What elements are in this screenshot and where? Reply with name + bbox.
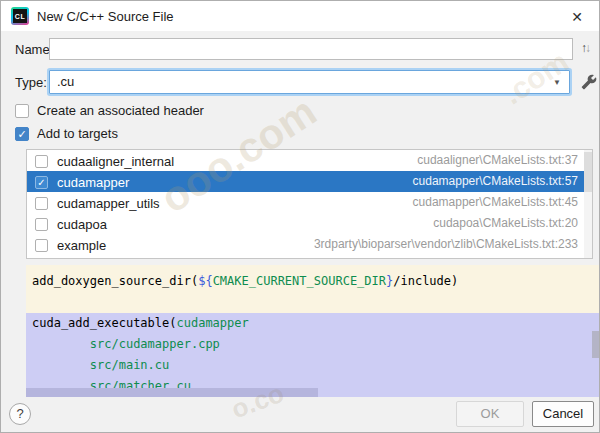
dialog-title: New C/C++ Source File xyxy=(37,9,174,24)
type-combobox[interactable]: .cu ▼ xyxy=(49,70,570,94)
target-path: cudamapper\CMakeLists.txt:57 xyxy=(413,171,578,192)
close-icon[interactable]: ✕ xyxy=(567,7,587,27)
add-to-targets-label: Add to targets xyxy=(37,126,118,141)
code-segment: src/main.cu xyxy=(32,358,169,372)
code-line xyxy=(26,292,600,313)
code-segment: CMAKE_CURRENT_SOURCE_DIR xyxy=(213,274,386,288)
ok-button[interactable]: OK xyxy=(456,401,524,427)
target-path: cudaaligner\CMakeLists.txt:37 xyxy=(417,150,578,171)
target-label: example xyxy=(57,238,106,253)
create-header-label: Create an associated header xyxy=(37,103,204,118)
list-scrollbar-track[interactable] xyxy=(584,150,592,258)
target-row[interactable]: cudaaligner_internalcudaaligner\CMakeLis… xyxy=(27,150,592,171)
code-line: add_doxygen_source_dir(${CMAKE_CURRENT_S… xyxy=(26,271,600,292)
create-header-row: Create an associated header xyxy=(15,102,204,118)
create-header-checkbox[interactable] xyxy=(15,104,29,118)
target-row[interactable]: example3rdparty\bioparser\vendor\zlib\CM… xyxy=(27,234,592,255)
add-to-targets-checkbox[interactable]: ✓ xyxy=(15,127,29,141)
target-label: cudamapper_utils xyxy=(57,196,160,211)
code-segment: src/cudamapper.cpp xyxy=(32,337,220,351)
target-row[interactable]: ✓cudamappercudamapper\CMakeLists.txt:57 xyxy=(27,171,592,192)
list-scrollbar-thumb[interactable] xyxy=(584,152,592,192)
clion-app-icon: CL xyxy=(11,7,29,25)
titlebar: CL New C/C++ Source File ✕ xyxy=(1,1,599,31)
code-segment: cudamapper xyxy=(177,316,249,330)
target-row[interactable]: cudapoacudapoa\CMakeLists.txt:20 xyxy=(27,213,592,234)
type-label: Type: xyxy=(15,75,47,90)
vertical-scrollbar-thumb[interactable] xyxy=(592,331,600,358)
cmake-preview: add_doxygen_source_dir(${CMAKE_CURRENT_S… xyxy=(26,265,600,397)
cancel-button[interactable]: Cancel xyxy=(532,401,594,427)
type-value: .cu xyxy=(57,74,74,89)
chevron-down-icon[interactable]: ▼ xyxy=(553,78,561,87)
name-input[interactable] xyxy=(49,38,573,60)
target-label: cudamapper xyxy=(57,175,129,190)
wrench-icon[interactable] xyxy=(581,74,597,90)
new-source-file-dialog: CL New C/C++ Source File ✕ Name: ↑↓ Type… xyxy=(0,0,600,433)
code-segment: cuda_add_executable( xyxy=(32,316,177,330)
target-label: cudapoa xyxy=(57,217,107,232)
code-line: cuda_add_executable(cudamapper xyxy=(26,313,600,334)
targets-list: cudaaligner_internalcudaaligner\CMakeLis… xyxy=(26,149,593,259)
target-path: cudapoa\CMakeLists.txt:20 xyxy=(433,213,578,234)
target-path: 3rdparty\bioparser\vendor\zlib\CMakeList… xyxy=(314,234,578,255)
code-segment: /include) xyxy=(393,274,458,288)
history-updown-icon[interactable]: ↑↓ xyxy=(581,41,589,55)
horizontal-scrollbar-thumb[interactable] xyxy=(26,388,318,397)
target-checkbox[interactable] xyxy=(35,197,48,210)
target-label: cudaaligner_internal xyxy=(57,154,174,169)
code-line: src/main.cu xyxy=(26,355,600,376)
code-line: src/cudamapper.cpp xyxy=(26,334,600,355)
add-to-targets-row: ✓Add to targets xyxy=(15,125,118,141)
target-checkbox[interactable]: ✓ xyxy=(35,176,48,189)
target-path: cudamapper\CMakeLists.txt:45 xyxy=(413,192,578,213)
target-checkbox[interactable] xyxy=(35,155,48,168)
name-label: Name: xyxy=(15,42,53,57)
target-checkbox[interactable] xyxy=(35,218,48,231)
help-button[interactable]: ? xyxy=(9,403,31,425)
target-row[interactable]: cudamapper_utilscudamapper\CMakeLists.tx… xyxy=(27,192,592,213)
code-segment: ${ xyxy=(198,274,212,288)
code-segment: add_doxygen_source_dir( xyxy=(32,274,198,288)
target-checkbox[interactable] xyxy=(35,239,48,252)
